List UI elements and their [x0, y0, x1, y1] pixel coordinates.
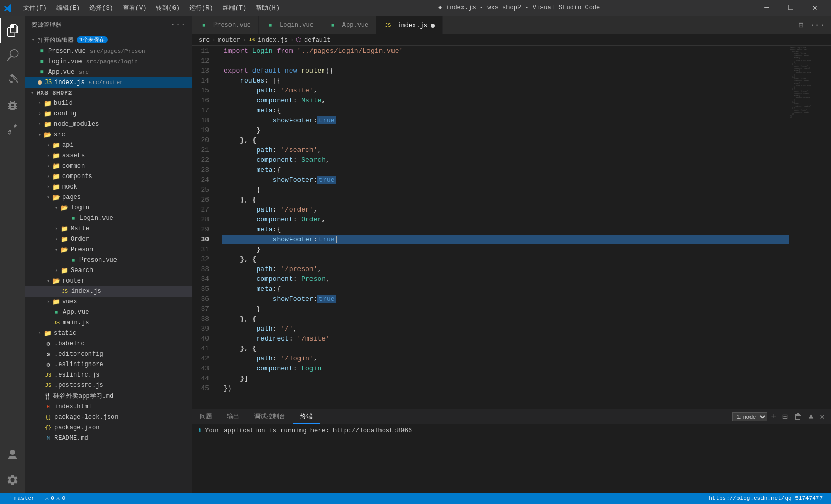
file-babelrc[interactable]: ⚙ .babelrc [25, 338, 192, 349]
activity-search[interactable] [0, 43, 25, 68]
split-editor-button[interactable]: ⊟ [797, 19, 806, 31]
open-file-app[interactable]: ■ App.vue src [25, 67, 192, 77]
file-preson-vue[interactable]: ■ Preson.vue [25, 255, 192, 265]
menu-run[interactable]: 运行(R) [185, 3, 217, 14]
status-csdn-link[interactable]: https://blog.csdn.net/qq_51747477 [707, 495, 825, 501]
sidebar-more-button[interactable]: ··· [170, 20, 186, 29]
maximize-button[interactable]: □ [779, 0, 803, 16]
file-app-vue[interactable]: ■ App.vue [25, 307, 192, 318]
activity-git[interactable] [0, 68, 25, 93]
code-editor[interactable]: import Login from '../pages/Login/Login.… [220, 46, 789, 409]
menu-file[interactable]: 文件(F) [19, 3, 51, 14]
js-file-icon: JS [61, 287, 69, 296]
file-readme-cn[interactable]: 🍴 硅谷外卖app学习.md [25, 391, 192, 402]
file-name: Login.vue [79, 215, 113, 222]
folder-componts[interactable]: 📁 componts [25, 171, 192, 182]
json-file-icon: {} [44, 413, 52, 421]
file-postcssrc[interactable]: JS .postcssrc.js [25, 380, 192, 391]
status-errors[interactable]: ⚠ 0 ⚠ 0 [43, 495, 67, 502]
panel-tab-terminal[interactable]: 终端 [293, 410, 320, 424]
folder-pages[interactable]: 📂 pages [25, 192, 192, 203]
project-root[interactable]: WXS_SHOP2 [25, 88, 192, 98]
folder-preson[interactable]: 📂 Preson [25, 244, 192, 255]
folder-node-modules[interactable]: 📁 node_modules [25, 119, 192, 130]
file-readme-md[interactable]: M README.md [25, 433, 192, 443]
folder-config[interactable]: 📁 config [25, 109, 192, 119]
file-login-vue[interactable]: ■ Login.vue [25, 213, 192, 224]
folder-icon: 📁 [52, 173, 60, 181]
file-name: App.vue [63, 309, 89, 316]
menu-view[interactable]: 查看(V) [119, 3, 151, 14]
split-terminal-button[interactable]: ⊟ [780, 411, 790, 423]
md-file-icon: M [44, 434, 52, 442]
folder-src[interactable]: 📂 src [25, 130, 192, 140]
folder-router[interactable]: 📂 router [25, 276, 192, 286]
code-line-15: path: '/msite', [222, 86, 789, 96]
terminal-content[interactable]: ℹ Your application is running here: http… [192, 424, 831, 493]
folder-icon: 📁 [52, 298, 60, 306]
main-layout: 资源管理器 ··· 打开的编辑器 1个未保存 ■ Preson.vue src/… [0, 16, 831, 493]
open-file-index-js[interactable]: JS index.js src/router [25, 77, 192, 88]
panel-maximize-button[interactable]: ▲ [806, 411, 816, 423]
more-actions-button[interactable]: ··· [807, 19, 827, 31]
tab-login-vue[interactable]: ■ Login.vue [259, 16, 321, 34]
folder-order[interactable]: 📁 Order [25, 234, 192, 244]
breadcrumb-router[interactable]: router [218, 37, 240, 44]
open-editors-section[interactable]: 打开的编辑器 1个未保存 [25, 33, 192, 46]
close-button[interactable]: ✕ [803, 0, 827, 16]
file-main-js[interactable]: JS main.js [25, 318, 192, 328]
file-eslintignore[interactable]: ⚙ .eslintignore [25, 359, 192, 370]
folder-login[interactable]: 📂 login [25, 203, 192, 213]
terminal-select[interactable]: 1: node [732, 412, 767, 421]
breadcrumb-default[interactable]: default [304, 37, 330, 44]
open-file-preson[interactable]: ■ Preson.vue src/pages/Preson [25, 46, 192, 56]
menu-help[interactable]: 帮助(H) [251, 3, 284, 14]
file-eslintrc[interactable]: JS .eslintrc.js [25, 370, 192, 380]
sidebar-title: 资源管理器 [31, 21, 62, 29]
code-line-31: } [222, 244, 789, 254]
menu-edit[interactable]: 编辑(E) [52, 3, 85, 14]
panel-tab-debug[interactable]: 调试控制台 [247, 410, 293, 424]
activity-extensions[interactable] [0, 118, 25, 143]
panel-tab-output[interactable]: 输出 [220, 410, 247, 424]
activity-debug[interactable] [0, 93, 25, 118]
minimize-button[interactable]: ─ [755, 0, 779, 16]
folder-search[interactable]: 📁 Search [25, 265, 192, 276]
code-line-11: import Login from '../pages/Login/Login.… [222, 46, 789, 56]
menu-select[interactable]: 选择(S) [85, 3, 118, 14]
folder-static[interactable]: 📁 static [25, 328, 192, 338]
panel-tab-problems[interactable]: 问题 [192, 410, 220, 424]
folder-name: node_modules [54, 121, 99, 128]
open-file-login[interactable]: ■ Login.vue src/pages/login [25, 56, 192, 67]
panel-close-button[interactable]: ✕ [817, 411, 827, 423]
tab-app-vue[interactable]: ■ App.vue [321, 16, 376, 34]
folder-api[interactable]: 📁 api [25, 140, 192, 150]
tab-preson-vue[interactable]: ■ Preson.vue [192, 16, 259, 34]
file-name: main.js [63, 319, 89, 326]
menu-terminal[interactable]: 终端(T) [218, 3, 251, 14]
file-editorconfig[interactable]: ⚙ .editorconfig [25, 349, 192, 359]
menu-goto[interactable]: 转到(G) [152, 3, 184, 14]
activity-account[interactable] [0, 442, 25, 467]
folder-assets[interactable]: 📁 assets [25, 150, 192, 161]
activity-settings[interactable] [0, 467, 25, 493]
folder-common[interactable]: 📁 common [25, 161, 192, 171]
activity-explorer[interactable] [0, 18, 25, 43]
file-index-js[interactable]: JS index.js [25, 286, 192, 297]
file-package-lock[interactable]: {} package-lock.json [25, 412, 192, 423]
folder-build[interactable]: 📁 build [25, 98, 192, 109]
file-index-html[interactable]: H index.html [25, 402, 192, 412]
project-chevron [28, 89, 37, 97]
add-terminal-button[interactable]: + [769, 411, 779, 423]
folder-vuex[interactable]: 📁 vuex [25, 297, 192, 307]
status-bar-left: ⑂ master ⚠ 0 ⚠ 0 [6, 495, 67, 502]
tab-index-js[interactable]: JS index.js [376, 16, 443, 34]
breadcrumb-src[interactable]: src [199, 37, 210, 44]
status-git[interactable]: ⑂ master [6, 495, 37, 501]
folder-mock[interactable]: 📁 mock [25, 182, 192, 192]
file-package-json[interactable]: {} package.json [25, 423, 192, 433]
folder-chevron [36, 329, 44, 337]
delete-terminal-button[interactable]: 🗑 [792, 411, 804, 423]
breadcrumb-indexjs[interactable]: index.js [258, 37, 288, 44]
folder-msite[interactable]: 📁 Msite [25, 224, 192, 234]
